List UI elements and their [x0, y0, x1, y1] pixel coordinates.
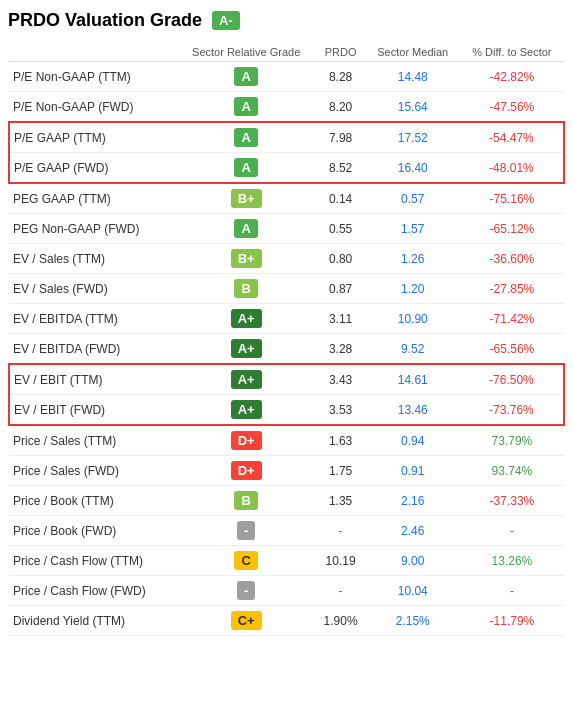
pct-diff-value: -27.85% [460, 274, 564, 304]
metric-name: Price / Sales (FWD) [9, 456, 177, 486]
sector-median-value: 14.48 [366, 62, 460, 92]
prdo-value: 8.28 [316, 62, 366, 92]
prdo-value: 3.11 [316, 304, 366, 334]
table-row: PEG GAAP (TTM)B+0.140.57-75.16% [9, 183, 564, 214]
metric-name: P/E Non-GAAP (FWD) [9, 92, 177, 123]
metric-name: Price / Cash Flow (TTM) [9, 546, 177, 576]
grade-cell: B [177, 274, 316, 304]
grade-cell: C [177, 546, 316, 576]
pct-diff-value: -36.60% [460, 244, 564, 274]
prdo-value: 8.20 [316, 92, 366, 123]
table-row: Price / Sales (FWD)D+1.750.9193.74% [9, 456, 564, 486]
prdo-value: 1.63 [316, 425, 366, 456]
sector-median-value: 1.20 [366, 274, 460, 304]
sector-median-value: 17.52 [366, 122, 460, 153]
table-row: EV / Sales (TTM)B+0.801.26-36.60% [9, 244, 564, 274]
grade-badge: A+ [231, 309, 262, 328]
prdo-value: 1.75 [316, 456, 366, 486]
grade-cell: B+ [177, 244, 316, 274]
prdo-value: - [316, 576, 366, 606]
table-row: EV / EBIT (FWD)A+3.5313.46-73.76% [9, 395, 564, 426]
grade-badge: A+ [231, 400, 262, 419]
grade-cell: A [177, 92, 316, 123]
pct-diff-value: 93.74% [460, 456, 564, 486]
table-row: P/E GAAP (TTM)A7.9817.52-54.47% [9, 122, 564, 153]
sector-median-value: 14.61 [366, 364, 460, 395]
sector-median-value: 13.46 [366, 395, 460, 426]
page-title: PRDO Valuation Grade [8, 10, 202, 31]
table-row: EV / EBITDA (TTM)A+3.1110.90-71.42% [9, 304, 564, 334]
metric-name: Price / Sales (TTM) [9, 425, 177, 456]
pct-diff-value: 73.79% [460, 425, 564, 456]
sector-median-value: 9.00 [366, 546, 460, 576]
table-row: EV / EBIT (TTM)A+3.4314.61-76.50% [9, 364, 564, 395]
overall-grade-badge: A- [212, 11, 240, 30]
sector-median-value: 10.90 [366, 304, 460, 334]
metric-name: EV / EBITDA (FWD) [9, 334, 177, 365]
pct-diff-value: -11.79% [460, 606, 564, 636]
col-prdo: PRDO [316, 43, 366, 62]
grade-cell: D+ [177, 456, 316, 486]
metric-name: P/E GAAP (TTM) [9, 122, 177, 153]
prdo-value: 3.28 [316, 334, 366, 365]
metric-name: PEG Non-GAAP (FWD) [9, 214, 177, 244]
pct-diff-value: -65.56% [460, 334, 564, 365]
pct-diff-value: -47.56% [460, 92, 564, 123]
pct-diff-value: -71.42% [460, 304, 564, 334]
grade-badge: A [234, 158, 257, 177]
sector-median-value: 1.26 [366, 244, 460, 274]
grade-badge: A [234, 67, 257, 86]
pct-diff-value: - [460, 516, 564, 546]
table-row: P/E Non-GAAP (TTM)A8.2814.48-42.82% [9, 62, 564, 92]
grade-badge: B+ [231, 189, 262, 208]
grade-badge: B [234, 491, 257, 510]
sector-median-value: 10.04 [366, 576, 460, 606]
col-metric [9, 43, 177, 62]
pct-diff-value: -75.16% [460, 183, 564, 214]
grade-badge: A+ [231, 339, 262, 358]
grade-badge: - [237, 581, 255, 600]
metric-name: EV / EBIT (TTM) [9, 364, 177, 395]
table-row: EV / Sales (FWD)B0.871.20-27.85% [9, 274, 564, 304]
pct-diff-value: - [460, 576, 564, 606]
prdo-value: 1.35 [316, 486, 366, 516]
grade-badge: D+ [231, 461, 262, 480]
grade-cell: - [177, 576, 316, 606]
metric-name: Dividend Yield (TTM) [9, 606, 177, 636]
prdo-value: - [316, 516, 366, 546]
metric-name: EV / EBIT (FWD) [9, 395, 177, 426]
prdo-value: 0.87 [316, 274, 366, 304]
col-sector-grade: Sector Relative Grade [177, 43, 316, 62]
pct-diff-value: -42.82% [460, 62, 564, 92]
prdo-value: 0.80 [316, 244, 366, 274]
grade-badge: B [234, 279, 257, 298]
sector-median-value: 0.91 [366, 456, 460, 486]
table-row: PEG Non-GAAP (FWD)A0.551.57-65.12% [9, 214, 564, 244]
grade-badge: C [234, 551, 257, 570]
grade-badge: A [234, 219, 257, 238]
grade-cell: C+ [177, 606, 316, 636]
prdo-value: 3.43 [316, 364, 366, 395]
sector-median-value: 9.52 [366, 334, 460, 365]
metric-name: Price / Cash Flow (FWD) [9, 576, 177, 606]
sector-median-value: 2.16 [366, 486, 460, 516]
metric-name: Price / Book (FWD) [9, 516, 177, 546]
grade-cell: A+ [177, 395, 316, 426]
metric-name: EV / Sales (TTM) [9, 244, 177, 274]
prdo-value: 8.52 [316, 153, 366, 184]
page-header: PRDO Valuation Grade A- [8, 10, 565, 31]
grade-cell: A+ [177, 334, 316, 365]
pct-diff-value: -76.50% [460, 364, 564, 395]
table-row: P/E Non-GAAP (FWD)A8.2015.64-47.56% [9, 92, 564, 123]
pct-diff-value: -37.33% [460, 486, 564, 516]
valuation-table: Sector Relative Grade PRDO Sector Median… [8, 43, 565, 636]
table-row: Price / Book (TTM)B1.352.16-37.33% [9, 486, 564, 516]
sector-median-value: 15.64 [366, 92, 460, 123]
metric-name: EV / Sales (FWD) [9, 274, 177, 304]
grade-cell: A [177, 153, 316, 184]
grade-cell: - [177, 516, 316, 546]
pct-diff-value: -54.47% [460, 122, 564, 153]
table-header: Sector Relative Grade PRDO Sector Median… [9, 43, 564, 62]
pct-diff-value: 13.26% [460, 546, 564, 576]
grade-badge: A+ [231, 370, 262, 389]
